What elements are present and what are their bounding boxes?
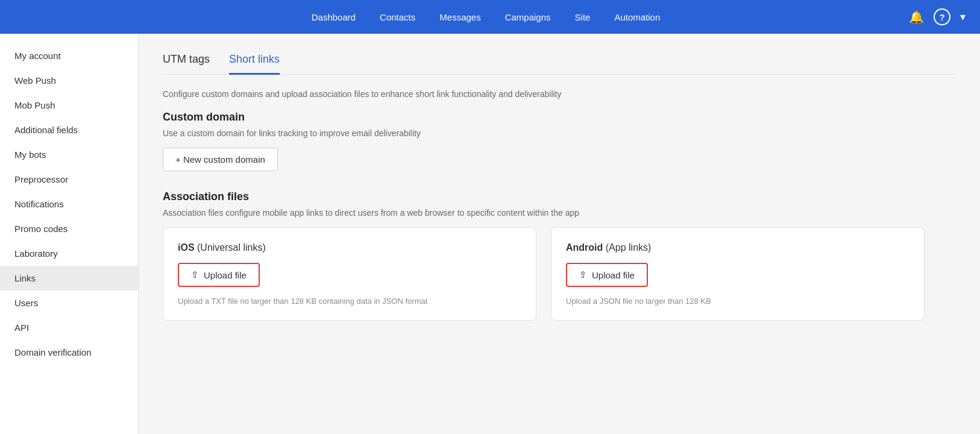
bell-icon[interactable]: 🔔: [909, 10, 924, 24]
ios-title-bold: iOS: [178, 242, 195, 253]
help-icon[interactable]: ?: [934, 8, 950, 25]
nav-contacts[interactable]: Contacts: [380, 12, 415, 22]
nav-messages[interactable]: Messages: [439, 12, 480, 22]
android-card-description: Upload a JSON file no larger than 128 KB: [566, 297, 909, 306]
custom-domain-title: Custom domain: [163, 111, 956, 124]
association-files-section: Association files Association files conf…: [163, 190, 956, 321]
tab-utm-tags[interactable]: UTM tags: [163, 48, 210, 75]
user-menu-chevron-icon[interactable]: ▾: [960, 10, 966, 24]
ios-card-title: iOS (Universal links): [178, 242, 521, 253]
nav-dashboard[interactable]: Dashboard: [312, 12, 356, 22]
sidebar-item-my-account[interactable]: My account: [0, 43, 138, 68]
upload-icon-ios: ⇧: [191, 269, 199, 280]
android-card-title: Android (App links): [566, 242, 909, 253]
android-upload-button[interactable]: ⇧ Upload file: [566, 263, 648, 287]
sidebar-item-promo-codes[interactable]: Promo codes: [0, 216, 138, 241]
nav-campaigns[interactable]: Campaigns: [505, 12, 551, 22]
sidebar-item-laboratory[interactable]: Laboratory: [0, 241, 138, 266]
upload-icon-android: ⇧: [579, 269, 587, 280]
sidebar-item-mob-push[interactable]: Mob Push: [0, 93, 138, 118]
sidebar-item-web-push[interactable]: Web Push: [0, 68, 138, 93]
association-files-title: Association files: [163, 190, 956, 203]
sidebar-item-domain-verification[interactable]: Domain verification: [0, 340, 138, 365]
tab-short-links[interactable]: Short links: [229, 48, 280, 75]
page-layout: My account Web Push Mob Push Additional …: [0, 34, 980, 434]
android-card: Android (App links) ⇧ Upload file Upload…: [551, 227, 925, 321]
top-description: Configure custom domains and upload asso…: [163, 89, 956, 99]
sidebar-item-links[interactable]: Links: [0, 266, 138, 291]
sidebar-item-notifications[interactable]: Notifications: [0, 192, 138, 216]
sidebar: My account Web Push Mob Push Additional …: [0, 34, 139, 434]
custom-domain-subtitle: Use a custom domain for links tracking t…: [163, 128, 956, 138]
ios-upload-label: Upload file: [204, 270, 247, 280]
custom-domain-section: Custom domain Use a custom domain for li…: [163, 111, 956, 188]
association-files-subtitle: Association files configure mobile app l…: [163, 208, 956, 218]
android-title-normal: (App links): [603, 242, 651, 253]
sidebar-item-additional-fields[interactable]: Additional fields: [0, 118, 138, 142]
ios-title-normal: (Universal links): [195, 242, 266, 253]
android-title-bold: Android: [566, 242, 603, 253]
ios-card-description: Upload a TXT file no larger than 128 KB …: [178, 297, 521, 306]
nav-right: 🔔 ? ▾: [909, 8, 966, 25]
tabs-container: UTM tags Short links: [163, 48, 956, 75]
nav-site[interactable]: Site: [575, 12, 591, 22]
new-custom-domain-button[interactable]: + New custom domain: [163, 148, 278, 171]
sidebar-item-my-bots[interactable]: My bots: [0, 142, 138, 167]
nav-automation[interactable]: Automation: [614, 12, 660, 22]
top-navigation: Dashboard Contacts Messages Campaigns Si…: [0, 0, 980, 34]
ios-upload-button[interactable]: ⇧ Upload file: [178, 263, 260, 287]
ios-card: iOS (Universal links) ⇧ Upload file Uplo…: [163, 227, 536, 321]
sidebar-item-api[interactable]: API: [0, 315, 138, 340]
cards-row: iOS (Universal links) ⇧ Upload file Uplo…: [163, 227, 956, 321]
sidebar-item-preprocessor[interactable]: Preprocessor: [0, 167, 138, 192]
sidebar-item-users[interactable]: Users: [0, 291, 138, 315]
main-content: UTM tags Short links Configure custom do…: [139, 34, 980, 434]
android-upload-label: Upload file: [592, 270, 635, 280]
nav-links: Dashboard Contacts Messages Campaigns Si…: [312, 12, 661, 22]
